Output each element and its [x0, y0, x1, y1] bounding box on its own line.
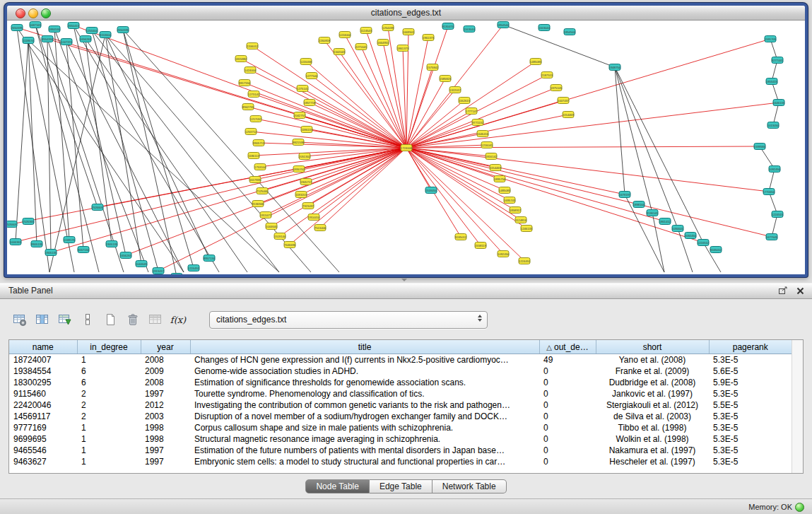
dropdown-value: citations_edges.txt — [210, 315, 286, 325]
tab-network-table[interactable]: Network Table — [433, 479, 507, 493]
cell-pagerank: 5.5E-5 — [709, 399, 792, 411]
table-settings-button[interactable] — [10, 310, 30, 329]
graph-node-label: 1646133 — [773, 101, 785, 105]
graph-node-label: 9136141 — [647, 211, 659, 215]
graph-node-label: 1247374 — [61, 40, 73, 44]
sort-ascending-icon: △ — [546, 344, 552, 351]
graph-node-label: 1224515 — [772, 213, 784, 216]
table-row[interactable]: 911546021997Tourette syndrome. Phenomeno… — [9, 388, 792, 399]
graph-node-label: 1884530 — [49, 28, 61, 31]
graph-node-label: 1861412 — [659, 220, 671, 223]
graph-node-label: 1044645 — [136, 262, 148, 266]
graph-node-label: 1961373 — [423, 36, 435, 40]
graph-node-label: 1007437 — [558, 99, 570, 103]
cell-pagerank: 5.3E-5 — [709, 354, 792, 366]
graph-edge — [158, 148, 406, 271]
table-row[interactable]: 946362711997Embryonic stem cells: a mode… — [9, 456, 792, 467]
choose-columns-button[interactable] — [33, 310, 52, 329]
graph-node-label: 1154469 — [490, 166, 502, 170]
column-header-pagerank[interactable]: pagerank — [709, 340, 792, 354]
cell-in_degree: 2 — [77, 411, 141, 422]
dropdown-arrows-icon — [478, 315, 482, 322]
graph-edge — [86, 39, 112, 244]
table-row[interactable]: 969969511998Structural magnetic resonanc… — [9, 433, 792, 445]
cell-title: Disruption of a novel member of a sodium… — [190, 411, 539, 422]
cell-title: Tourette syndrome. Phenomenology and cla… — [190, 388, 539, 399]
cell-pagerank: 5.9E-5 — [709, 377, 792, 388]
table-row[interactable]: 1830029562008Estimation of significance … — [9, 377, 792, 388]
table-row[interactable]: 1456911722003Disruption of a novel membe… — [9, 411, 792, 422]
column-header-title[interactable]: title — [190, 340, 539, 354]
column-header-out_de[interactable]: △out_de… — [539, 340, 596, 354]
graph-node-label: 1857718 — [304, 101, 316, 105]
table-row[interactable]: 977716911998Corpus callosum shape and si… — [9, 422, 792, 433]
import-table-button[interactable] — [55, 310, 75, 329]
column-view-button[interactable] — [78, 310, 98, 329]
graph-edge — [308, 148, 406, 206]
cell-pagerank: 5.3E-5 — [709, 411, 792, 422]
graph-node-label: 1695743 — [504, 199, 516, 202]
graph-node-label: 1519144 — [274, 235, 286, 238]
cell-pagerank: 5.3E-5 — [709, 433, 792, 445]
cell-name: 18300295 — [9, 377, 77, 388]
window-titlebar[interactable]: citations_edges.txt — [7, 6, 805, 21]
cell-name: 22420046 — [9, 399, 77, 411]
table-row[interactable]: 946554611997Estimation of the future num… — [9, 445, 792, 456]
column-header-year[interactable]: year — [141, 340, 190, 354]
cell-name: 14569117 — [9, 411, 77, 422]
cell-year: 2003 — [141, 411, 190, 422]
cell-pagerank: 5.3E-5 — [709, 422, 792, 433]
graph-node-label: 1044640 — [266, 225, 278, 228]
graph-node-label: 7923437 — [302, 204, 314, 208]
column-header-short[interactable]: short — [596, 340, 709, 354]
graph-edge — [406, 111, 471, 148]
table-row[interactable]: 1938455462009Genome-wide association stu… — [9, 366, 792, 377]
cell-title: Estimation of significance thresholds fo… — [190, 377, 539, 388]
network-canvas[interactable]: 1724006220601218158821424004981755012731… — [7, 21, 805, 274]
cell-out_de: 0 — [539, 422, 596, 433]
splitter-handle[interactable] — [400, 278, 408, 282]
float-panel-icon[interactable] — [778, 286, 789, 296]
column-header-name[interactable]: name — [9, 340, 77, 354]
graph-edge — [252, 46, 406, 148]
cell-in_degree: 1 — [77, 445, 141, 456]
graph-node-label: 1273141 — [248, 93, 260, 96]
new-file-button[interactable] — [100, 310, 120, 329]
graph-node-label: 1770654 — [763, 190, 775, 194]
function-builder-button[interactable]: f(x) — [168, 310, 188, 329]
tab-node-table[interactable]: Node Table — [305, 479, 370, 493]
graph-edge — [406, 148, 769, 192]
graph-edge — [66, 42, 184, 272]
graph-node-label: 2092450 — [685, 234, 697, 238]
graph-edge — [406, 148, 703, 243]
graph-node-label: 1830702 — [293, 168, 305, 171]
table-source-dropdown[interactable]: citations_edges.txt — [209, 311, 488, 329]
tab-edge-table[interactable]: Edge Table — [370, 479, 433, 493]
cell-in_degree: 1 — [77, 433, 141, 445]
graph-node-label: 1677645 — [766, 235, 778, 239]
graph-node-label: 1724006 — [401, 146, 413, 150]
graph-node-label: 1485083 — [530, 60, 542, 64]
close-panel-icon[interactable] — [796, 286, 805, 296]
table-row[interactable]: 1872400712008Changes of HCN gene express… — [9, 354, 792, 366]
graph-node-label: 1656263 — [80, 37, 92, 41]
graph-node-label: 1585823 — [440, 77, 452, 81]
cell-title: Investigating the contribution of common… — [190, 399, 539, 411]
graph-node-label: 1914410 — [308, 216, 320, 219]
delete-entry-button[interactable] — [123, 310, 143, 329]
graph-node-label: 1913471 — [260, 214, 272, 217]
graph-node-label: 8153604 — [100, 33, 112, 37]
graph-node-label: 1646416 — [477, 132, 489, 136]
graph-node-label: 7646696 — [284, 243, 296, 247]
graph-edge — [320, 148, 406, 228]
graph-node-label: 1183203 — [295, 193, 307, 197]
function-icon: f(x) — [170, 315, 186, 325]
graph-edge — [16, 40, 28, 242]
table-scrollbar[interactable] — [792, 340, 803, 473]
apply-to-table-button[interactable] — [146, 310, 165, 329]
node-table: namein_degreeyeartitle△out_de…shortpager… — [9, 340, 792, 467]
cell-name: 9777169 — [9, 422, 77, 433]
column-header-in_degree[interactable]: in_degree — [77, 340, 141, 354]
network-window: citations_edges.txt 17240062206012181588… — [4, 3, 808, 277]
table-row[interactable]: 2242004622012Investigating the contribut… — [9, 399, 792, 411]
